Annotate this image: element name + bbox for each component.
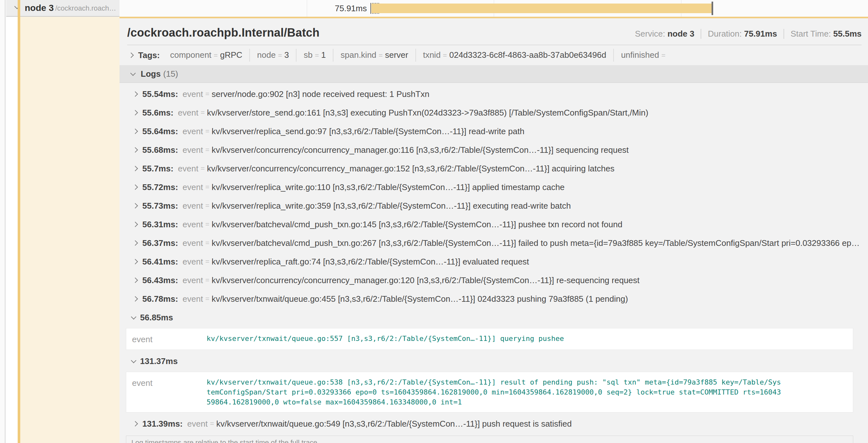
equals-sign: = <box>198 164 207 173</box>
span-duration-bar[interactable] <box>371 3 713 13</box>
log-field-value: kv/kvserver/store_send.go:161 [n3,s3] ex… <box>207 108 648 118</box>
log-end-marker <box>712 2 713 15</box>
equals-sign: = <box>276 52 284 59</box>
log-row[interactable]: 55.73ms:event=kv/kvserver/replica_write.… <box>120 197 868 215</box>
span-operation-name[interactable]: /cockroach.roach… <box>55 0 116 17</box>
log-table-row: eventkv/kvserver/txnwait/queue.go:538 [n… <box>132 377 847 407</box>
meta-item: Service: node 3 <box>635 29 694 39</box>
chevron-right-icon[interactable] <box>133 166 138 171</box>
log-field-value: kv/kvserver/batcheval/cmd_push_txn.go:14… <box>212 219 623 230</box>
tag-value: 3 <box>284 50 289 60</box>
log-row[interactable]: 55.64ms:event=kv/kvserver/replica_send.g… <box>120 122 868 141</box>
chevron-down-icon[interactable] <box>130 70 136 76</box>
log-timestamp: 55.68ms: <box>142 145 178 155</box>
chevron-right-icon[interactable] <box>133 184 138 190</box>
tag-key: span.kind <box>341 50 376 60</box>
log-row[interactable]: 56.41ms:event=kv/kvserver/replica_raft.g… <box>120 252 868 271</box>
equals-sign: = <box>203 239 212 247</box>
span-service-name[interactable]: node 3 <box>25 0 54 16</box>
tag-item[interactable]: sb=1 <box>296 49 333 62</box>
log-row[interactable]: 55.54ms:event=server/node.go:902 [n3] no… <box>120 85 868 103</box>
log-timestamp: 55.7ms: <box>142 164 174 174</box>
chevron-right-icon[interactable] <box>133 278 138 283</box>
chevron-right-icon[interactable] <box>133 203 138 209</box>
log-row[interactable]: 55.68ms:event=kv/kvserver/concurrency/co… <box>120 141 868 159</box>
chevron-down-icon[interactable] <box>131 357 136 363</box>
log-field-value: kv/kvserver/txnwait/queue.go:455 [n3,s3,… <box>212 294 628 304</box>
span-name-cell[interactable]: node 3 /cockroach.roach… <box>6 0 120 17</box>
equals-sign: = <box>203 220 212 229</box>
log-field-key: event <box>178 164 198 174</box>
log-timestamp: 55.64ms: <box>142 127 178 136</box>
log-field-key: event <box>132 377 207 407</box>
equals-sign: = <box>313 52 321 59</box>
log-row[interactable]: 55.72ms:event=kv/kvserver/replica_write.… <box>120 178 868 197</box>
log-field-value: kv/kvserver/replica_send.go:97 [n3,s3,r6… <box>212 127 525 136</box>
log-row[interactable]: 56.37ms:event=kv/kvserver/batcheval/cmd_… <box>120 234 868 252</box>
chevron-right-icon[interactable] <box>133 129 138 134</box>
tree-indent-spacer <box>6 17 18 443</box>
equals-sign: = <box>203 258 212 266</box>
tag-item[interactable]: node=3 <box>249 49 296 62</box>
chevron-right-icon[interactable] <box>133 296 138 302</box>
log-field-value: kv/kvserver/concurrency/concurrency_mana… <box>212 145 629 155</box>
tag-value: 024d3323-6c8f-4863-aa8b-37ab0e63496d <box>449 50 606 60</box>
equals-sign: = <box>211 52 220 59</box>
logs-accordion-header[interactable]: Logs (15) <box>120 65 868 83</box>
span-color-stripe <box>18 0 20 17</box>
span-meta: Service: node 3Duration: 75.91msStart Ti… <box>635 29 862 39</box>
logs-count: (15) <box>163 69 178 79</box>
chevron-right-icon[interactable] <box>128 53 134 58</box>
log-field-value: server/node.go:902 [n3] node received re… <box>212 89 430 99</box>
equals-sign: = <box>659 52 668 59</box>
log-entry-header[interactable]: 56.85ms <box>120 308 868 327</box>
chevron-right-icon[interactable] <box>133 147 138 153</box>
tag-value: server <box>385 50 408 60</box>
log-timestamp: 55.72ms: <box>142 182 178 192</box>
operation-title: /cockroach.roachpb.Internal/Batch <box>127 26 320 39</box>
log-timestamp: 55.6ms: <box>142 108 174 118</box>
log-row[interactable]: 56.43ms:event=kv/kvserver/concurrency/co… <box>120 271 868 289</box>
tag-item[interactable]: span.kind=server <box>333 49 415 62</box>
log-fields-table: eventkv/kvserver/txnwait/queue.go:557 [n… <box>126 328 853 350</box>
tree-indent-gutter <box>0 0 5 443</box>
span-timeline-cell[interactable]: 75.91ms <box>120 0 868 17</box>
log-timestamp: 56.37ms: <box>142 238 178 248</box>
chevron-right-icon[interactable] <box>133 92 138 97</box>
log-field-value: kv/kvserver/txnwait/queue.go:549 [n3,s3,… <box>216 419 572 429</box>
log-field-key: event <box>183 219 203 230</box>
log-row[interactable]: 55.6ms:event=kv/kvserver/store_send.go:1… <box>120 103 868 122</box>
chevron-right-icon[interactable] <box>133 110 138 115</box>
log-timestamp: 56.43ms: <box>142 275 178 285</box>
log-row[interactable]: 131.39ms:event=kv/kvserver/txnwait/queue… <box>120 414 868 433</box>
log-row[interactable]: 56.31ms:event=kv/kvserver/batcheval/cmd_… <box>120 215 868 234</box>
log-field-key: event <box>183 294 203 304</box>
tags-accordion[interactable]: Tags: component=gRPCnode=3sb=1span.kind=… <box>120 45 868 65</box>
meta-value: node 3 <box>668 29 694 38</box>
equals-sign: = <box>203 146 212 154</box>
tag-item[interactable]: txnid=024d3323-6c8f-4863-aa8b-37ab0e6349… <box>415 49 613 62</box>
log-entry-header[interactable]: 131.37ms <box>120 352 868 370</box>
log-field-value: kv/kvserver/txnwait/queue.go:538 [n3,s3,… <box>207 377 847 407</box>
log-field-key: event <box>183 201 203 211</box>
chevron-right-icon[interactable] <box>133 240 138 246</box>
log-field-key: event <box>183 182 203 192</box>
chevron-right-icon[interactable] <box>133 222 138 227</box>
log-row[interactable]: 56.78ms:event=kv/kvserver/txnwait/queue.… <box>120 289 868 308</box>
chevron-right-icon[interactable] <box>133 259 138 265</box>
tag-value: gRPC <box>220 50 242 60</box>
tag-key: node <box>257 50 276 60</box>
log-timestamp: 56.78ms: <box>142 294 178 304</box>
tag-item[interactable]: component=gRPC <box>163 49 249 62</box>
log-row[interactable]: 55.7ms:event=kv/kvserver/concurrency/con… <box>120 159 868 178</box>
log-field-key: event <box>183 89 203 99</box>
chevron-right-icon[interactable] <box>133 421 138 427</box>
log-timestamp: 55.54ms: <box>142 89 178 99</box>
log-timestamp: 131.37ms <box>140 356 178 366</box>
tag-item[interactable]: unfinished= <box>613 49 675 62</box>
log-field-value: kv/kvserver/replica_raft.go:74 [n3,s3,r6… <box>212 257 529 267</box>
chevron-down-icon[interactable] <box>131 314 136 319</box>
log-field-key: event <box>178 108 198 118</box>
log-fields-table: eventkv/kvserver/txnwait/queue.go:538 [n… <box>126 372 853 412</box>
equals-sign: = <box>203 295 212 303</box>
